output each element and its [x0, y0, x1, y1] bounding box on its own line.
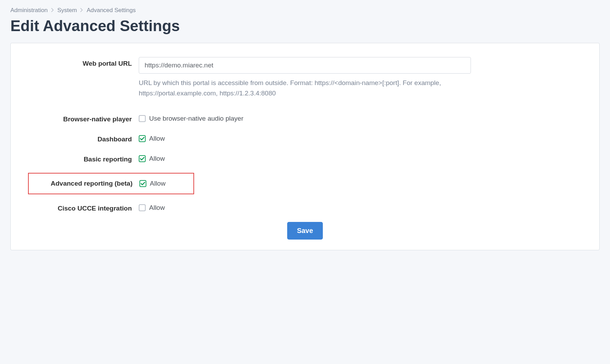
label-web-portal-url: Web portal URL [21, 57, 139, 67]
checkbox-dashboard[interactable] [139, 135, 146, 142]
form-actions: Save [21, 222, 589, 240]
field-cisco-ucce: Cisco UCCE integration Allow [21, 202, 589, 212]
checkbox-label-browser-native-player: Use browser-native audio player [149, 115, 243, 122]
input-web-portal-url[interactable] [139, 57, 471, 74]
checkbox-basic-reporting[interactable] [139, 155, 146, 162]
save-button[interactable]: Save [287, 222, 323, 240]
settings-panel: Web portal URL URL by which this portal … [10, 43, 600, 250]
checkbox-label-basic-reporting: Allow [149, 155, 165, 162]
checkbox-label-advanced-reporting: Allow [150, 180, 165, 187]
label-advanced-reporting: Advanced reporting (beta) [29, 180, 139, 187]
label-cisco-ucce: Cisco UCCE integration [21, 202, 139, 212]
page-title: Edit Advanced Settings [10, 17, 600, 35]
chevron-right-icon [51, 8, 54, 13]
checkbox-cisco-ucce[interactable] [139, 204, 146, 211]
label-dashboard: Dashboard [21, 133, 139, 143]
field-dashboard: Dashboard Allow [21, 133, 589, 143]
field-web-portal-url: Web portal URL URL by which this portal … [21, 57, 589, 99]
breadcrumb: Administration System Advanced Settings [10, 7, 600, 14]
chevron-right-icon [80, 8, 83, 13]
breadcrumb-item-administration[interactable]: Administration [10, 7, 48, 14]
field-advanced-reporting-highlight: Advanced reporting (beta) Allow [28, 173, 194, 194]
checkbox-advanced-reporting[interactable] [139, 180, 146, 187]
label-basic-reporting: Basic reporting [21, 153, 139, 163]
label-browser-native-player: Browser-native player [21, 113, 139, 123]
checkbox-label-cisco-ucce: Allow [149, 204, 165, 212]
help-web-portal-url: URL by which this portal is accessible f… [139, 78, 471, 99]
breadcrumb-item-system[interactable]: System [57, 7, 77, 14]
field-browser-native-player: Browser-native player Use browser-native… [21, 113, 589, 123]
checkbox-browser-native-player[interactable] [139, 115, 146, 122]
breadcrumb-item-current: Advanced Settings [87, 7, 136, 14]
checkbox-label-dashboard: Allow [149, 135, 165, 142]
field-basic-reporting: Basic reporting Allow [21, 153, 589, 163]
